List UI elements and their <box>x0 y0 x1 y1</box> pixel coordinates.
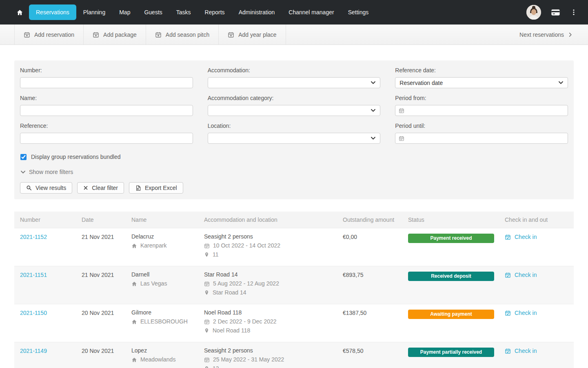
add-year-place-button[interactable]: Add year place <box>219 25 286 45</box>
nav-item-reports[interactable]: Reports <box>198 4 232 20</box>
home-button[interactable] <box>11 5 29 20</box>
nav-item-settings[interactable]: Settings <box>341 4 376 20</box>
period-until-input[interactable] <box>395 133 568 144</box>
map-pin-icon <box>204 366 209 368</box>
house-icon <box>131 319 137 325</box>
view-results-button[interactable]: View results <box>20 182 72 194</box>
location-select[interactable] <box>208 133 381 144</box>
status-badge: Awaiting payment <box>408 310 494 319</box>
next-reservations-label: Next reservations <box>519 31 564 38</box>
add-package-button[interactable]: Add package <box>84 25 146 45</box>
search-icon <box>26 185 32 191</box>
close-icon <box>83 185 88 190</box>
reservation-number-link[interactable]: 2021-1151 <box>20 272 47 278</box>
view-results-label: View results <box>36 185 66 191</box>
add-package-label: Add package <box>103 31 137 38</box>
reservation-date: 20 Nov 2021 <box>82 348 131 354</box>
reservation-number-link[interactable]: 2021-1150 <box>20 310 47 316</box>
pitch-location: Star Road 14 <box>213 290 246 296</box>
map-pin-icon <box>204 252 209 257</box>
calendar-check-icon <box>505 272 511 278</box>
outstanding-amount: €0,00 <box>343 234 408 240</box>
reservations-table: Number Date Name Accommodation and locat… <box>14 212 574 368</box>
accommodation-name: Star Road 14 <box>204 272 343 278</box>
next-reservations-link[interactable]: Next reservations <box>519 25 574 45</box>
column-header-accommodation: Accommodation and location <box>204 216 343 223</box>
accommodation-category-select[interactable] <box>208 105 381 116</box>
avatar[interactable] <box>526 5 541 20</box>
column-header-number: Number <box>20 216 82 223</box>
stay-period: 25 May 2022 - 31 May 2022 <box>213 357 284 363</box>
credit-card-icon <box>551 8 560 17</box>
house-icon <box>131 243 137 249</box>
export-excel-button[interactable]: Export Excel <box>129 182 183 194</box>
pitch-location: Noel Road 118 <box>213 328 250 334</box>
more-menu-button[interactable] <box>570 9 577 16</box>
status-badge: Payment partially received <box>408 348 494 357</box>
table-row: 2021-1152 21 Nov 2021 Delacruz Karenpark… <box>14 228 574 266</box>
reservation-date: 20 Nov 2021 <box>82 310 131 316</box>
calendar-check-icon <box>505 348 511 354</box>
calendar-icon <box>204 243 210 249</box>
calendar-icon <box>204 281 210 287</box>
chevron-down-icon <box>558 80 564 85</box>
clear-filter-button[interactable]: Clear filter <box>77 182 124 194</box>
check-in-link[interactable]: Check in <box>515 272 537 278</box>
add-season-pitch-button[interactable]: Add season pitch <box>146 25 219 45</box>
chevron-down-icon <box>371 80 376 85</box>
column-header-checkin: Check in and out <box>505 216 568 223</box>
map-pin-icon <box>204 328 209 333</box>
pitch-location: 13 <box>213 366 219 368</box>
billing-button[interactable] <box>551 8 560 17</box>
calendar-icon <box>204 319 210 325</box>
calendar-plus-icon <box>24 31 30 38</box>
map-pin-icon <box>204 290 209 295</box>
guest-name: Delacruz <box>131 234 204 240</box>
status-badge: Received deposit <box>408 272 494 281</box>
column-header-name: Name <box>131 216 204 223</box>
nav-item-planning[interactable]: Planning <box>76 4 113 20</box>
check-in-link[interactable]: Check in <box>515 234 537 240</box>
accommodation-select[interactable] <box>208 77 381 88</box>
guest-name: Darnell <box>131 272 204 278</box>
location-label: Location: <box>208 123 381 129</box>
add-reservation-button[interactable]: Add reservation <box>14 25 84 45</box>
check-in-link[interactable]: Check in <box>515 310 537 316</box>
check-in-link[interactable]: Check in <box>515 348 537 354</box>
show-more-filters-link[interactable]: Show more filters <box>20 169 73 175</box>
reservation-number-link[interactable]: 2021-1152 <box>20 234 47 240</box>
nav-item-map[interactable]: Map <box>112 4 137 20</box>
show-more-filters-label: Show more filters <box>29 169 73 175</box>
period-from-label: Period from: <box>395 95 568 101</box>
table-row: 2021-1150 20 Nov 2021 Gilmore ELLESBOROU… <box>14 304 574 342</box>
reference-date-value: Reservation date <box>399 80 443 86</box>
nav-item-administration[interactable]: Administration <box>232 4 282 20</box>
nav-item-reservations[interactable]: Reservations <box>29 4 76 20</box>
add-reservation-label: Add reservation <box>34 31 74 38</box>
reference-date-select[interactable]: Reservation date <box>395 77 568 88</box>
add-season-pitch-label: Add season pitch <box>166 31 209 38</box>
park-name: Karenpark <box>140 243 167 249</box>
chevron-down-icon <box>371 108 376 113</box>
kebab-menu-icon <box>570 9 577 16</box>
accommodation-category-label: Accommodation category: <box>208 95 381 101</box>
nav-item-guests[interactable]: Guests <box>137 4 169 20</box>
number-input[interactable] <box>20 77 193 88</box>
group-reservations-label: Display group reservations bundled <box>31 154 120 160</box>
table-row: 2021-1151 21 Nov 2021 Darnell Las Vegas … <box>14 266 574 304</box>
outstanding-amount: €893,75 <box>343 272 408 278</box>
reference-date-label: Reference date: <box>395 67 568 74</box>
period-from-input[interactable] <box>395 105 568 116</box>
clear-filter-label: Clear filter <box>92 185 118 191</box>
nav-item-channel-manager[interactable]: Channel manager <box>282 4 341 20</box>
calendar-icon <box>204 357 210 363</box>
group-reservations-checkbox[interactable] <box>20 154 27 160</box>
house-icon <box>131 281 137 287</box>
accommodation-label: Accommodation: <box>208 67 381 74</box>
nav-item-tasks[interactable]: Tasks <box>169 4 198 20</box>
chevron-down-icon <box>371 136 376 141</box>
reservation-number-link[interactable]: 2021-1149 <box>20 348 47 354</box>
calendar-check-icon <box>505 310 511 316</box>
reference-input[interactable] <box>20 133 193 144</box>
name-input[interactable] <box>20 105 193 116</box>
